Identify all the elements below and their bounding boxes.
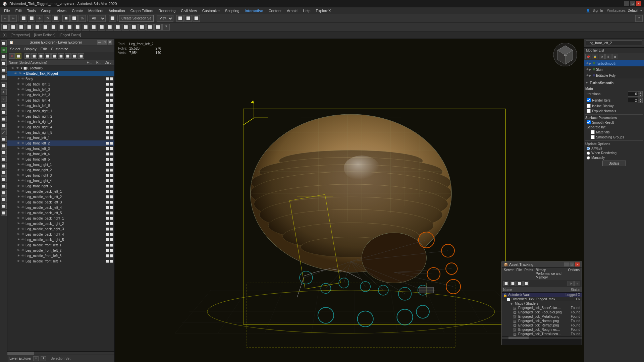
tb2-btn17[interactable]: ⬜ <box>130 24 138 31</box>
ts-always-radio[interactable] <box>587 147 590 150</box>
lt-link[interactable]: ⬜ <box>1 109 7 115</box>
render-button[interactable]: ⬜ <box>184 15 192 22</box>
se-footer-btn2[interactable]: ⬇ <box>41 356 46 361</box>
lt-select[interactable]: ⬜ <box>1 82 7 88</box>
tb2-btn7[interactable]: ⬜ <box>50 24 57 31</box>
redo-button[interactable]: ↪ <box>9 15 17 22</box>
rp-more-btn[interactable]: ▦ <box>612 54 618 59</box>
tb2-btn2[interactable]: ⬜ <box>9 24 17 31</box>
se-tb-btn9[interactable]: ⬜ <box>78 53 84 59</box>
tb2-btn20[interactable]: ⬜ <box>154 24 162 31</box>
at-item-translucency[interactable]: 🖼 Engorged_tick_Translucency.png Found <box>502 332 582 336</box>
ts-iter-up[interactable]: ▲ <box>638 91 643 94</box>
lt-reactor[interactable]: ⬜ <box>1 136 7 142</box>
tree-item-lbr2[interactable]: 👁👁Leg_back_right_2⬜⬜ <box>7 114 114 119</box>
close-button[interactable]: ✕ <box>636 1 641 6</box>
at-tb-refresh[interactable]: ↻ <box>568 281 574 286</box>
lt-camera[interactable]: ⬜ <box>1 149 7 156</box>
se-menu-edit[interactable]: Edit <box>39 47 48 51</box>
at-col-name[interactable]: Name <box>503 288 562 292</box>
tb2-btn13[interactable]: ⬜ <box>98 24 105 31</box>
tb2-btn1[interactable]: ⬜ <box>1 24 9 31</box>
tb2-btn16[interactable]: ⬜ <box>122 24 129 31</box>
tree-item-bloated-tick[interactable]: 👁 👁 ▼ Bloated_Tick_Rigged <box>7 71 114 76</box>
se-minimize-btn[interactable]: — <box>97 40 102 45</box>
modifier-skin[interactable]: 👁 ▶ Skin <box>584 66 644 72</box>
tree-item-lfr4[interactable]: 👁👁Leg_front_right_4⬜⬜ <box>7 178 114 183</box>
ts-smooth-result-check[interactable] <box>587 120 591 124</box>
lt-crowd[interactable]: ⬜ <box>1 210 7 216</box>
at-minimize-btn[interactable]: — <box>564 262 569 266</box>
menu-scripting[interactable]: Scripting <box>222 8 242 13</box>
at-item-main-file[interactable]: 📄 Distended_Tick_Rigged_max_vray.max Ok <box>502 297 582 301</box>
at-item-refract[interactable]: 🖼 Engorged_tick_Refract.png Found <box>502 323 582 327</box>
at-close-btn[interactable]: ✕ <box>575 262 580 266</box>
render-frame-button[interactable]: ⬜ <box>193 15 200 22</box>
object-name-input[interactable] <box>586 40 642 46</box>
at-tb-btn1[interactable]: ⬜ <box>503 281 509 286</box>
lt-display[interactable]: ⬜ <box>1 67 7 73</box>
at-tb-btn3[interactable]: ⬜ <box>517 281 523 286</box>
menu-graph-editors[interactable]: Graph Editors <box>128 8 156 13</box>
lt-schematic[interactable]: ⬜ <box>1 170 7 176</box>
ts-render-iters-check[interactable] <box>587 98 591 102</box>
menu-customize[interactable]: Customize <box>200 8 222 13</box>
se-tb-btn2[interactable]: ⬜ <box>31 53 37 59</box>
se-col-name[interactable]: Name (Sorted Ascending) <box>9 61 85 64</box>
menu-explorex[interactable]: ExploreX <box>313 8 334 13</box>
tree-item-lfr2[interactable]: 👁👁Leg_front_right_2⬜⬜ <box>7 167 114 173</box>
percent-snap-button[interactable]: % <box>78 15 86 22</box>
lt-bind-space[interactable]: ⬜ <box>1 123 7 129</box>
tree-item-lbr4[interactable]: 👁👁Leg_back_right_4⬜⬜ <box>7 124 114 130</box>
tree-item-lfl4[interactable]: 👁👁Leg_front_left_4⬜⬜ <box>7 151 114 157</box>
tb2-btn11[interactable]: ⬜ <box>82 24 89 31</box>
at-col-status[interactable]: Status <box>562 288 580 292</box>
menu-file[interactable]: File <box>1 8 13 13</box>
lt-utilities[interactable]: ⬜ <box>1 74 7 80</box>
se-tb-x[interactable]: ✕ <box>9 53 15 59</box>
ts-iter-down[interactable]: ▼ <box>638 94 643 97</box>
tb2-btn10[interactable]: ⬜ <box>74 24 81 31</box>
tree-item-lmfl4[interactable]: 👁👁Leg_middle_front_left_4⬜⬜ <box>7 258 114 264</box>
tree-item-lmbr5[interactable]: 👁👁Leg_middle_back_right_5⬜⬜ <box>7 237 114 242</box>
se-menu-select[interactable]: Select <box>9 47 22 51</box>
menu-modifiers[interactable]: Modifiers <box>86 8 106 13</box>
tree-item-lmbl1[interactable]: 👁👁Leg_middle_back_left_1⬜⬜ <box>7 189 114 194</box>
tb2-btn6[interactable]: ⬜ <box>42 24 49 31</box>
tree-item-lbr5[interactable]: 👁👁Leg_back_right_5⬜⬜ <box>7 130 114 135</box>
tree-item-lmbl3[interactable]: 👁👁Leg_middle_back_left_3⬜⬜ <box>7 199 114 205</box>
rp-del-btn[interactable]: 🗑 <box>605 54 611 59</box>
menu-views[interactable]: Views <box>54 8 69 13</box>
at-menu-options[interactable]: Options <box>568 268 580 279</box>
lt-hierarchy[interactable]: ⬜ <box>1 54 7 60</box>
tree-item-lmbl2[interactable]: 👁👁Leg_middle_back_left_2⬜⬜ <box>7 194 114 199</box>
select-button[interactable]: ⬜ <box>20 15 27 22</box>
lt-modify[interactable]: ▦ <box>1 47 7 53</box>
lt-containers[interactable]: ⬜ <box>1 176 7 182</box>
tb2-btn9[interactable]: ⬜ <box>66 24 73 31</box>
ts-smoothing-check[interactable] <box>591 135 595 139</box>
lt-create[interactable]: ⬜ <box>1 40 7 46</box>
menu-arnold[interactable]: Arnold <box>284 8 300 13</box>
ts-update-button[interactable]: Update <box>602 161 626 166</box>
menu-rendering[interactable]: Rendering <box>156 8 178 13</box>
at-menu-bitmap[interactable]: Bitmap Performance and Memory <box>536 268 565 279</box>
tree-item-lmbr4[interactable]: 👁👁Leg_middle_back_right_4⬜⬜ <box>7 232 114 237</box>
se-tb-btn7[interactable]: ⬜ <box>65 53 71 59</box>
at-scrollbar-thumb[interactable] <box>508 337 529 339</box>
tree-item-lbl2[interactable]: 👁👁Leg_back_left_2⬜⬜ <box>7 87 114 92</box>
lt-mfd[interactable]: ⬜ <box>1 203 7 209</box>
tb2-btn14[interactable]: ⬜ <box>106 24 113 31</box>
menu-content[interactable]: Content <box>266 8 284 13</box>
menu-tools[interactable]: Tools <box>24 8 39 13</box>
select-region-button[interactable]: ⬜ <box>28 15 35 22</box>
at-item-roughness[interactable]: 🖼 Engorged_tick_Roughness.png Found <box>502 327 582 332</box>
scale-button[interactable]: ⬜ <box>52 15 59 22</box>
tree-item-lfl3[interactable]: 👁👁Leg_front_left_3⬜⬜ <box>7 146 114 151</box>
tb2-btn21[interactable]: ? <box>162 24 170 31</box>
at-menu-server[interactable]: Server <box>504 268 514 279</box>
se-footer-btn1[interactable]: ⬆ <box>33 356 39 361</box>
menu-group[interactable]: Group <box>38 8 54 13</box>
tb2-btn3[interactable]: ⬜ <box>17 24 25 31</box>
menu-edit[interactable]: Edit <box>13 8 24 13</box>
